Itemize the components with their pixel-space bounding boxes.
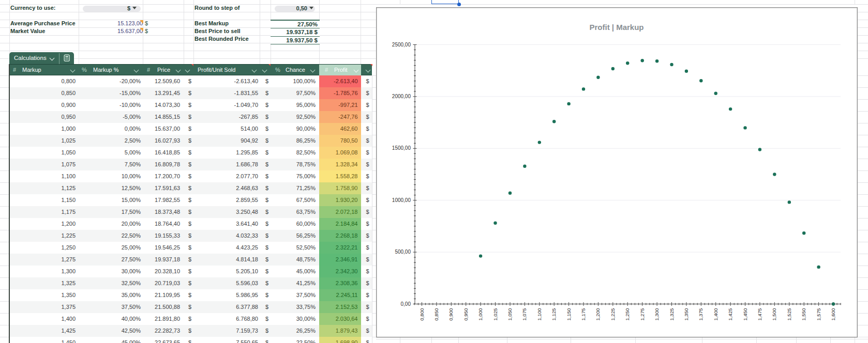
svg-text:0,00: 0,00 [401, 301, 411, 307]
svg-text:2500,00: 2500,00 [392, 42, 411, 48]
svg-text:1,450: 1,450 [742, 308, 748, 321]
svg-text:1,100: 1,100 [536, 308, 542, 321]
svg-text:1,600: 1,600 [830, 308, 836, 321]
svg-text:1000,00: 1000,00 [392, 197, 411, 203]
svg-text:0,900: 0,900 [448, 308, 454, 321]
svg-text:1,500: 1,500 [771, 308, 777, 321]
svg-text:1,475: 1,475 [757, 308, 762, 321]
svg-text:1,525: 1,525 [786, 308, 792, 321]
svg-text:1,150: 1,150 [566, 308, 572, 321]
svg-text:1,250: 1,250 [624, 308, 630, 321]
svg-text:1,325: 1,325 [669, 308, 675, 321]
svg-text:1,000: 1,000 [477, 308, 483, 321]
svg-text:0,850: 0,850 [433, 308, 439, 321]
svg-text:1,375: 1,375 [698, 308, 704, 321]
svg-text:0,800: 0,800 [419, 308, 425, 321]
svg-text:1,550: 1,550 [801, 308, 806, 321]
svg-text:1,225: 1,225 [610, 308, 616, 321]
svg-text:1,025: 1,025 [492, 308, 498, 321]
svg-text:1500,00: 1500,00 [392, 145, 411, 151]
svg-text:1,050: 1,050 [507, 308, 513, 321]
svg-text:Profit | Markup: Profit | Markup [589, 23, 643, 32]
svg-text:1,400: 1,400 [713, 308, 719, 321]
svg-text:2000,00: 2000,00 [392, 93, 411, 99]
svg-text:1,425: 1,425 [727, 308, 733, 321]
svg-text:1,300: 1,300 [654, 308, 660, 321]
svg-text:1,175: 1,175 [580, 308, 586, 321]
svg-text:1,075: 1,075 [521, 308, 527, 321]
svg-text:1,125: 1,125 [551, 308, 557, 321]
svg-text:0,950: 0,950 [463, 308, 469, 321]
svg-text:1,275: 1,275 [639, 308, 645, 321]
svg-text:1,575: 1,575 [816, 308, 821, 321]
svg-text:500,00: 500,00 [395, 249, 411, 255]
svg-text:1,350: 1,350 [683, 308, 689, 321]
svg-text:1,200: 1,200 [595, 308, 601, 321]
